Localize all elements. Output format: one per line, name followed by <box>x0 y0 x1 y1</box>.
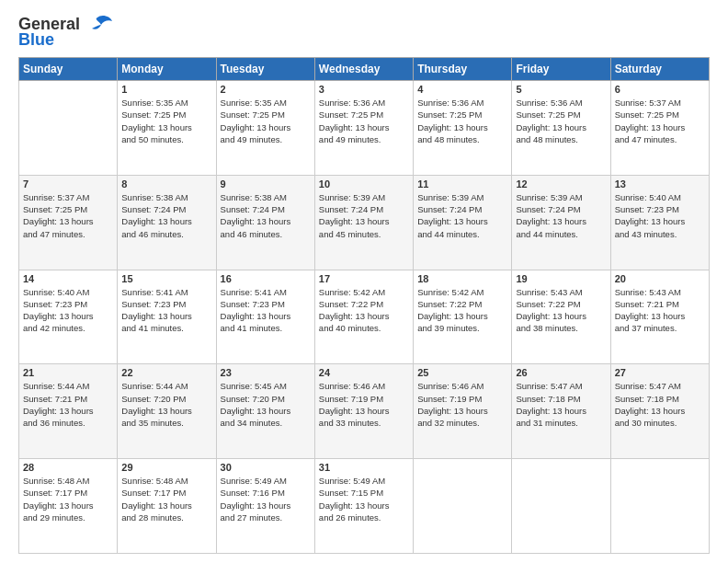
logo-bird-icon <box>83 14 112 34</box>
logo-blue-text: Blue <box>18 30 54 50</box>
calendar-cell: 15Sunrise: 5:41 AM Sunset: 7:23 PM Dayli… <box>118 270 216 364</box>
calendar-week-row: 21Sunrise: 5:44 AM Sunset: 7:21 PM Dayli… <box>19 364 710 459</box>
day-number: 25 <box>417 367 507 378</box>
day-info: Sunrise: 5:47 AM Sunset: 7:18 PM Dayligh… <box>516 380 606 429</box>
calendar-cell: 19Sunrise: 5:43 AM Sunset: 7:22 PM Dayli… <box>512 270 610 364</box>
calendar-week-row: 14Sunrise: 5:40 AM Sunset: 7:23 PM Dayli… <box>19 270 710 364</box>
day-info: Sunrise: 5:48 AM Sunset: 7:17 PM Dayligh… <box>23 475 113 523</box>
day-info: Sunrise: 5:37 AM Sunset: 7:25 PM Dayligh… <box>615 97 705 145</box>
calendar-cell: 7Sunrise: 5:37 AM Sunset: 7:25 PM Daylig… <box>19 175 118 270</box>
calendar-cell: 21Sunrise: 5:44 AM Sunset: 7:21 PM Dayli… <box>19 364 118 459</box>
day-info: Sunrise: 5:42 AM Sunset: 7:22 PM Dayligh… <box>417 286 507 335</box>
calendar-cell: 5Sunrise: 5:36 AM Sunset: 7:25 PM Daylig… <box>512 81 610 176</box>
day-number: 20 <box>615 273 705 284</box>
calendar-cell: 20Sunrise: 5:43 AM Sunset: 7:21 PM Dayli… <box>610 270 709 364</box>
calendar-cell: 2Sunrise: 5:35 AM Sunset: 7:25 PM Daylig… <box>216 81 314 176</box>
calendar-cell: 6Sunrise: 5:37 AM Sunset: 7:25 PM Daylig… <box>610 81 709 176</box>
calendar-cell: 13Sunrise: 5:40 AM Sunset: 7:23 PM Dayli… <box>610 175 709 270</box>
weekday-header-tuesday: Tuesday <box>216 58 314 81</box>
day-info: Sunrise: 5:43 AM Sunset: 7:22 PM Dayligh… <box>516 286 606 335</box>
day-info: Sunrise: 5:46 AM Sunset: 7:19 PM Dayligh… <box>319 380 409 429</box>
day-info: Sunrise: 5:36 AM Sunset: 7:25 PM Dayligh… <box>319 97 409 145</box>
day-info: Sunrise: 5:35 AM Sunset: 7:25 PM Dayligh… <box>221 97 311 145</box>
weekday-header-monday: Monday <box>118 58 216 81</box>
day-info: Sunrise: 5:44 AM Sunset: 7:20 PM Dayligh… <box>121 380 211 429</box>
weekday-header-sunday: Sunday <box>19 58 118 81</box>
day-number: 30 <box>221 462 311 473</box>
calendar-week-row: 1Sunrise: 5:35 AM Sunset: 7:25 PM Daylig… <box>19 81 710 176</box>
day-number: 21 <box>23 367 113 378</box>
calendar-cell: 8Sunrise: 5:38 AM Sunset: 7:24 PM Daylig… <box>118 175 216 270</box>
calendar-cell: 4Sunrise: 5:36 AM Sunset: 7:25 PM Daylig… <box>414 81 512 176</box>
day-number: 12 <box>516 178 606 190</box>
day-number: 13 <box>615 178 705 190</box>
calendar-cell: 17Sunrise: 5:42 AM Sunset: 7:22 PM Dayli… <box>314 270 413 364</box>
calendar-cell: 30Sunrise: 5:49 AM Sunset: 7:16 PM Dayli… <box>216 459 314 554</box>
weekday-header-friday: Friday <box>512 58 610 81</box>
day-info: Sunrise: 5:40 AM Sunset: 7:23 PM Dayligh… <box>23 286 113 335</box>
calendar-cell <box>610 459 709 554</box>
day-number: 16 <box>221 273 311 284</box>
day-info: Sunrise: 5:42 AM Sunset: 7:22 PM Dayligh… <box>319 286 409 335</box>
calendar-cell: 29Sunrise: 5:48 AM Sunset: 7:17 PM Dayli… <box>118 459 216 554</box>
day-info: Sunrise: 5:45 AM Sunset: 7:20 PM Dayligh… <box>221 380 311 429</box>
day-info: Sunrise: 5:39 AM Sunset: 7:24 PM Dayligh… <box>319 191 409 240</box>
calendar-week-row: 28Sunrise: 5:48 AM Sunset: 7:17 PM Dayli… <box>19 459 710 554</box>
calendar-cell: 26Sunrise: 5:47 AM Sunset: 7:18 PM Dayli… <box>512 364 610 459</box>
day-info: Sunrise: 5:49 AM Sunset: 7:16 PM Dayligh… <box>221 475 311 523</box>
day-number: 1 <box>121 84 211 95</box>
day-info: Sunrise: 5:47 AM Sunset: 7:18 PM Dayligh… <box>615 380 705 429</box>
calendar-cell <box>512 459 610 554</box>
calendar-page: General Blue SundayMondayTuesdayWednesda… <box>0 0 728 563</box>
calendar-table: SundayMondayTuesdayWednesdayThursdayFrid… <box>18 57 710 554</box>
day-number: 5 <box>516 84 606 95</box>
day-info: Sunrise: 5:39 AM Sunset: 7:24 PM Dayligh… <box>417 191 507 240</box>
day-info: Sunrise: 5:38 AM Sunset: 7:24 PM Dayligh… <box>221 191 311 240</box>
day-number: 29 <box>121 462 211 473</box>
day-number: 24 <box>319 367 409 378</box>
day-info: Sunrise: 5:48 AM Sunset: 7:17 PM Dayligh… <box>121 475 211 523</box>
day-info: Sunrise: 5:38 AM Sunset: 7:24 PM Dayligh… <box>121 191 211 240</box>
header: General Blue <box>18 14 710 50</box>
calendar-cell: 31Sunrise: 5:49 AM Sunset: 7:15 PM Dayli… <box>314 459 413 554</box>
day-info: Sunrise: 5:37 AM Sunset: 7:25 PM Dayligh… <box>23 191 113 240</box>
day-number: 18 <box>417 273 507 284</box>
calendar-cell: 25Sunrise: 5:46 AM Sunset: 7:19 PM Dayli… <box>414 364 512 459</box>
day-number: 9 <box>221 178 311 190</box>
calendar-cell: 12Sunrise: 5:39 AM Sunset: 7:24 PM Dayli… <box>512 175 610 270</box>
day-number: 11 <box>417 178 507 190</box>
calendar-cell: 18Sunrise: 5:42 AM Sunset: 7:22 PM Dayli… <box>414 270 512 364</box>
day-info: Sunrise: 5:49 AM Sunset: 7:15 PM Dayligh… <box>319 475 409 523</box>
day-number: 10 <box>319 178 409 190</box>
day-info: Sunrise: 5:46 AM Sunset: 7:19 PM Dayligh… <box>417 380 507 429</box>
calendar-cell <box>414 459 512 554</box>
weekday-header-row: SundayMondayTuesdayWednesdayThursdayFrid… <box>19 58 710 81</box>
day-number: 6 <box>615 84 705 95</box>
calendar-cell: 3Sunrise: 5:36 AM Sunset: 7:25 PM Daylig… <box>314 81 413 176</box>
day-number: 23 <box>221 367 311 378</box>
logo: General Blue <box>18 14 112 50</box>
weekday-header-saturday: Saturday <box>610 58 709 81</box>
day-number: 8 <box>121 178 211 190</box>
calendar-cell: 27Sunrise: 5:47 AM Sunset: 7:18 PM Dayli… <box>610 364 709 459</box>
day-info: Sunrise: 5:39 AM Sunset: 7:24 PM Dayligh… <box>516 191 606 240</box>
day-number: 17 <box>319 273 409 284</box>
calendar-cell: 16Sunrise: 5:41 AM Sunset: 7:23 PM Dayli… <box>216 270 314 364</box>
day-number: 26 <box>516 367 606 378</box>
calendar-cell: 11Sunrise: 5:39 AM Sunset: 7:24 PM Dayli… <box>414 175 512 270</box>
calendar-cell: 22Sunrise: 5:44 AM Sunset: 7:20 PM Dayli… <box>118 364 216 459</box>
day-number: 15 <box>121 273 211 284</box>
calendar-cell: 14Sunrise: 5:40 AM Sunset: 7:23 PM Dayli… <box>19 270 118 364</box>
day-info: Sunrise: 5:35 AM Sunset: 7:25 PM Dayligh… <box>121 97 211 145</box>
day-info: Sunrise: 5:44 AM Sunset: 7:21 PM Dayligh… <box>23 380 113 429</box>
day-number: 31 <box>319 462 409 473</box>
day-info: Sunrise: 5:40 AM Sunset: 7:23 PM Dayligh… <box>615 191 705 240</box>
calendar-cell: 28Sunrise: 5:48 AM Sunset: 7:17 PM Dayli… <box>19 459 118 554</box>
day-number: 22 <box>121 367 211 378</box>
day-info: Sunrise: 5:36 AM Sunset: 7:25 PM Dayligh… <box>417 97 507 145</box>
day-info: Sunrise: 5:36 AM Sunset: 7:25 PM Dayligh… <box>516 97 606 145</box>
day-number: 28 <box>23 462 113 473</box>
day-info: Sunrise: 5:43 AM Sunset: 7:21 PM Dayligh… <box>615 286 705 335</box>
day-number: 2 <box>221 84 311 95</box>
day-info: Sunrise: 5:41 AM Sunset: 7:23 PM Dayligh… <box>121 286 211 335</box>
